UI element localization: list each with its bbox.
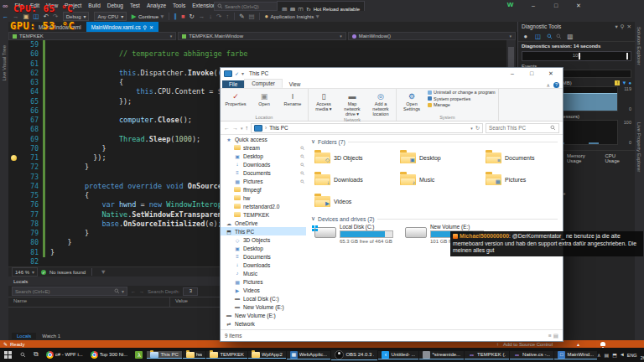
ribbon-small-button[interactable]: Manage: [428, 102, 496, 107]
drive-tile-local-disk-c-[interactable]: Local Disk (C:)65.3 GB free of 464 GB: [314, 224, 393, 244]
nav-item-documents[interactable]: ≡Documents⚲: [221, 168, 306, 177]
step-into-icon[interactable]: ↓: [207, 13, 215, 20]
nav-item-desktop[interactable]: ▣Desktop: [221, 244, 306, 252]
nav-item-pictures[interactable]: ▦Pictures⚲: [221, 177, 306, 185]
folder-tile-downloads[interactable]: ↓Downloads: [314, 168, 400, 190]
ribbon-button[interactable]: ⚙Open Settings: [399, 90, 424, 111]
ribbon-tab-computer[interactable]: Computer: [244, 79, 283, 88]
continue-icon[interactable]: ▶: [129, 13, 138, 20]
breakpoint-margin[interactable]: [8, 59, 20, 69]
caret-down-icon[interactable]: ▾: [615, 23, 618, 30]
account-badge[interactable]: W: [506, 1, 515, 10]
app-insights-icon[interactable]: ●: [262, 13, 271, 20]
nav-item-netstandard2-0[interactable]: netstandard2.0: [221, 202, 306, 210]
taskbar-app-native-cs-[interactable]: ∞Native.cs -...: [510, 351, 553, 359]
taskbar-app-webapplic-[interactable]: ▦WebApplic...: [287, 351, 331, 359]
lightbulb-icon[interactable]: [11, 155, 17, 161]
breakpoint-margin[interactable]: [8, 163, 20, 172]
filter-icon[interactable]: ▼: [98, 268, 108, 276]
breakpoint-margin[interactable]: [8, 87, 20, 96]
pin-icon[interactable]: ⚲: [621, 23, 625, 30]
breakpoint-margin[interactable]: [8, 40, 20, 49]
nav-item-music[interactable]: ♪Music: [221, 269, 306, 277]
breakpoint-margin[interactable]: [8, 78, 20, 87]
nav-item-3d-objects[interactable]: ◇3D Objects: [221, 235, 306, 244]
member-dropdown[interactable]: MainWindow() ▾: [348, 32, 516, 40]
nav-item-onedrive[interactable]: ☁OneDrive: [221, 219, 306, 227]
snapshot-icon[interactable]: ◫: [533, 33, 543, 40]
ribbon-button[interactable]: IRename: [280, 90, 305, 106]
app-insights-label[interactable]: Application Insights: [271, 14, 314, 19]
nav-item-this-pc[interactable]: ⬒This PC: [221, 227, 306, 235]
clock[interactable]: 19:41 26/05/2020: [641, 349, 644, 360]
nav-item-hw[interactable]: hw: [221, 194, 306, 202]
nav-item-new-volume-e-[interactable]: ▬New Volume (E:): [221, 311, 306, 319]
thumbnails-view-icon[interactable]: ▤: [553, 333, 558, 339]
search-back-icon[interactable]: ←: [131, 289, 136, 294]
breakpoint-margin[interactable]: [8, 257, 20, 266]
nav-item-tempkek[interactable]: TEMPKEK: [221, 210, 306, 219]
volume-icon[interactable]: ▶: [621, 353, 624, 358]
taskbar-app-mainwind-[interactable]: □MainWind...: [554, 351, 597, 359]
quick-access-caret-icon[interactable]: ▾: [242, 70, 244, 76]
nav-item-network[interactable]: ⇄Network: [221, 319, 306, 328]
taskbar-app-obs-24-0-3-[interactable]: OBS 24.0.3 ...: [331, 350, 377, 360]
tab-solution-explorer[interactable]: Solution Explorer: [636, 27, 641, 65]
taskbar-app-hw[interactable]: hw: [183, 351, 206, 359]
breakpoint-margin[interactable]: [8, 220, 20, 229]
navigate-back-icon[interactable]: ←: [0, 13, 11, 20]
stop-icon[interactable]: ■: [179, 13, 188, 20]
step-out-icon[interactable]: ↑: [224, 13, 231, 20]
column-name[interactable]: Name: [8, 297, 170, 307]
menu-tools[interactable]: Tools: [169, 3, 189, 8]
explorer-search-input[interactable]: Search This PC: [486, 123, 559, 133]
breakpoint-margin[interactable]: [8, 153, 20, 163]
nav-item-downloads[interactable]: ↓Downloads: [221, 261, 306, 269]
address-caret-icon[interactable]: ▾: [470, 126, 473, 131]
drives-group-header[interactable]: ∨Devices and drives (2): [311, 215, 558, 222]
ribbon-tab-file[interactable]: File: [222, 80, 244, 88]
vs-search-input[interactable]: Search (Ctrl+Q): [214, 2, 281, 11]
recent-caret-icon[interactable]: ▾: [241, 126, 243, 131]
report-icon[interactable]: ▥: [565, 33, 575, 40]
menu-build[interactable]: Build: [85, 3, 103, 8]
breakpoint-margin[interactable]: [8, 238, 20, 247]
breakpoint-margin[interactable]: [8, 49, 20, 59]
ribbon-button[interactable]: ✓Properties: [223, 90, 248, 106]
step-over-icon[interactable]: ↷: [215, 13, 224, 20]
taskbar-app-tempkek[interactable]: TEMPKEK: [206, 351, 247, 359]
folder-tile-pictures[interactable]: ▦Pictures: [486, 168, 561, 190]
zoom-in-icon[interactable]: [547, 34, 553, 39]
breakpoint-margin[interactable]: [8, 69, 20, 78]
folder-tile-music[interactable]: ♪Music: [400, 168, 486, 190]
breakpoint-margin[interactable]: [8, 200, 20, 209]
folders-group-header[interactable]: ∨Folders (7): [311, 138, 558, 145]
breakpoint-margin[interactable]: [8, 191, 20, 200]
class-dropdown[interactable]: TEMPKEK.MainWindow ▾: [178, 32, 345, 40]
nav-item-ffmpegf[interactable]: ffmpegf: [221, 185, 306, 194]
ribbon-button[interactable]: ◎Add a network location: [368, 90, 393, 116]
timeline-handle[interactable]: [579, 53, 580, 59]
explorer-close-button[interactable]: ✕: [543, 70, 559, 77]
diag-tab-memory-usage[interactable]: Memory Usage: [567, 153, 600, 163]
refresh-icon[interactable]: ↻: [475, 125, 480, 131]
explorer-minimize-button[interactable]: –: [504, 70, 521, 76]
breakpoint-margin[interactable]: [8, 173, 20, 182]
column-value[interactable]: Value: [170, 297, 193, 307]
taskbar-app--streamide-[interactable]: *streamide...: [419, 351, 464, 359]
zoom-level-select[interactable]: 146 % ▾: [12, 267, 38, 277]
tray-chevron-up-icon[interactable]: ∧: [597, 352, 600, 358]
breakpoint-margin[interactable]: [8, 144, 20, 153]
nav-item-new-volume-e-[interactable]: ▬New Volume (E:): [221, 303, 306, 311]
close-icon[interactable]: ✕: [149, 24, 153, 30]
nav-item-quick-access[interactable]: ★Quick access: [221, 135, 306, 143]
back-icon[interactable]: ←: [224, 125, 230, 131]
breakpoint-margin[interactable]: [8, 135, 20, 144]
nav-item-documents[interactable]: ≡Documents: [221, 252, 306, 261]
tab-watch-1[interactable]: Watch 1: [37, 333, 65, 339]
up-icon[interactable]: ↑: [246, 125, 249, 131]
tab-live-visual-tree[interactable]: Live Visual Tree: [2, 45, 7, 81]
folder-tile-documents[interactable]: ≡Documents: [486, 147, 561, 168]
nav-item-pictures[interactable]: ▦Pictures: [221, 277, 306, 286]
continue-caret-icon[interactable]: ▾: [158, 13, 166, 20]
